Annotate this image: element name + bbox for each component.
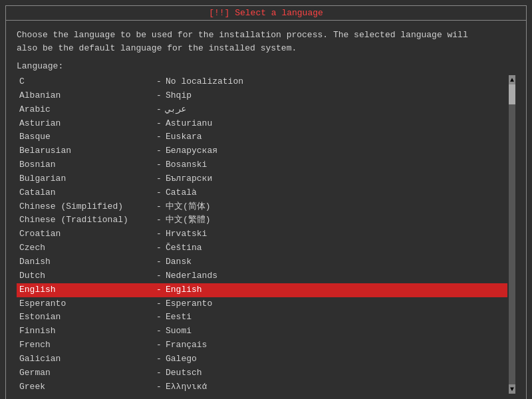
lang-sep: - — [152, 118, 166, 130]
lang-native: Nederlands — [166, 270, 217, 283]
lang-native: Dansk — [166, 256, 192, 269]
lang-native: Eesti — [166, 311, 192, 324]
lang-sep: - — [152, 159, 166, 172]
list-item[interactable]: Arabic-عربي — [17, 103, 507, 117]
lang-native: English — [166, 284, 202, 297]
lang-sep: - — [152, 104, 166, 116]
lang-name: Basque — [19, 131, 152, 144]
list-item[interactable]: Bosnian-Bosanski — [17, 158, 507, 172]
lang-native: Bosanski — [166, 159, 207, 172]
scrollbar-thumb[interactable] — [509, 84, 515, 104]
lang-sep: - — [152, 381, 166, 394]
lang-sep: - — [152, 131, 166, 144]
buttons-area: <Go Back> — [17, 394, 515, 399]
lang-name: French — [19, 339, 152, 352]
scrollbar-arrow-up[interactable]: ▲ — [509, 75, 515, 84]
list-item[interactable]: French-Français — [17, 338, 507, 352]
lang-native: Shqip — [166, 90, 192, 102]
lang-native: 中文(简体) — [166, 201, 211, 213]
list-item[interactable]: Chinese (Simplified)-中文(简体) — [17, 200, 507, 214]
list-item[interactable]: Croatian-Hrvatski — [17, 227, 507, 241]
lang-native: Français — [166, 339, 207, 352]
lang-name: Bosnian — [19, 159, 152, 172]
lang-name: Catalan — [19, 187, 152, 200]
list-item[interactable]: Catalan-Català — [17, 186, 507, 200]
lang-native: عربي — [166, 104, 186, 116]
list-item[interactable]: German-Deutsch — [17, 366, 507, 380]
lang-sep: - — [152, 256, 166, 269]
description-line1: Choose the language to be used for the i… — [17, 29, 515, 42]
lang-name: Estonian — [19, 311, 152, 324]
lang-name: Bulgarian — [19, 173, 152, 186]
lang-sep: - — [152, 298, 166, 311]
lang-sep: - — [152, 339, 166, 352]
lang-name: Chinese (Simplified) — [19, 201, 152, 213]
lang-name: German — [19, 367, 152, 380]
list-item[interactable]: Bulgarian-Български — [17, 172, 507, 186]
list-item[interactable]: Albanian-Shqip — [17, 89, 507, 103]
lang-name: English — [19, 284, 152, 297]
lang-sep: - — [152, 187, 166, 200]
description: Choose the language to be used for the i… — [17, 29, 515, 55]
lang-sep: - — [152, 311, 166, 324]
lang-name: Asturian — [19, 118, 152, 130]
lang-name: Arabic — [19, 104, 152, 116]
list-item[interactable]: Dutch-Nederlands — [17, 269, 507, 283]
lang-native: 中文(繁體) — [166, 214, 211, 227]
lang-native: No localization — [166, 76, 243, 88]
lang-sep: - — [152, 325, 166, 338]
lang-name: Chinese (Traditional) — [19, 214, 152, 227]
lang-native: Deutsch — [166, 367, 202, 380]
lang-sep: - — [152, 242, 166, 255]
lang-sep: - — [152, 76, 166, 88]
dialog: [!!] Select a language Choose the langua… — [5, 5, 527, 399]
language-label: Language: — [17, 61, 515, 71]
lang-name: Belarusian — [19, 145, 152, 158]
scrollbar[interactable]: ▲ ▼ — [509, 75, 515, 394]
list-item[interactable]: Belarusian-Беларуская — [17, 144, 507, 158]
lang-native: Čeština — [166, 242, 202, 255]
list-item[interactable]: Galician-Galego — [17, 352, 507, 366]
lang-sep: - — [152, 201, 166, 213]
list-item[interactable]: English-English — [17, 283, 507, 297]
list-item[interactable]: Estonian-Eesti — [17, 311, 507, 325]
list-item[interactable]: Chinese (Traditional)-中文(繁體) — [17, 213, 507, 227]
lang-native: Suomi — [166, 325, 192, 338]
lang-native: Asturianu — [166, 118, 212, 130]
lang-sep: - — [152, 90, 166, 102]
description-line2: also be the default language for the ins… — [17, 42, 515, 55]
lang-native: Català — [166, 187, 197, 200]
lang-native: Esperanto — [166, 298, 212, 311]
lang-name: Esperanto — [19, 298, 152, 311]
lang-native: Euskara — [166, 131, 202, 144]
list-item[interactable]: Asturian-Asturianu — [17, 117, 507, 131]
lang-native: Ελληνικά — [166, 381, 207, 394]
list-item[interactable]: C-No localization — [17, 75, 507, 89]
list-item[interactable]: Basque-Euskara — [17, 130, 507, 144]
lang-sep: - — [152, 353, 166, 366]
lang-native: Български — [166, 173, 212, 186]
lang-name: Albanian — [19, 90, 152, 102]
lang-name: C — [19, 76, 152, 88]
lang-sep: - — [152, 145, 166, 158]
app: [!!] Select a language Choose the langua… — [0, 0, 532, 399]
lang-name: Danish — [19, 256, 152, 269]
lang-sep: - — [152, 173, 166, 186]
lang-name: Greek — [19, 381, 152, 394]
lang-sep: - — [152, 214, 166, 227]
lang-name: Croatian — [19, 228, 152, 241]
lang-native: Беларуская — [166, 145, 217, 158]
language-list[interactable]: C-No localizationAlbanian-ShqipArabic-عر… — [17, 75, 507, 394]
lang-name: Finnish — [19, 325, 152, 338]
lang-sep: - — [152, 270, 166, 283]
lang-name: Czech — [19, 242, 152, 255]
scrollbar-arrow-down[interactable]: ▼ — [509, 384, 515, 394]
lang-native: Galego — [166, 353, 197, 366]
list-item[interactable]: Greek-Ελληνικά — [17, 380, 507, 394]
list-item[interactable]: Czech-Čeština — [17, 241, 507, 255]
list-item[interactable]: Danish-Dansk — [17, 255, 507, 269]
lang-name: Galician — [19, 353, 152, 366]
list-item[interactable]: Finnish-Suomi — [17, 325, 507, 338]
lang-native: Hrvatski — [166, 228, 207, 241]
list-item[interactable]: Esperanto-Esperanto — [17, 297, 507, 311]
